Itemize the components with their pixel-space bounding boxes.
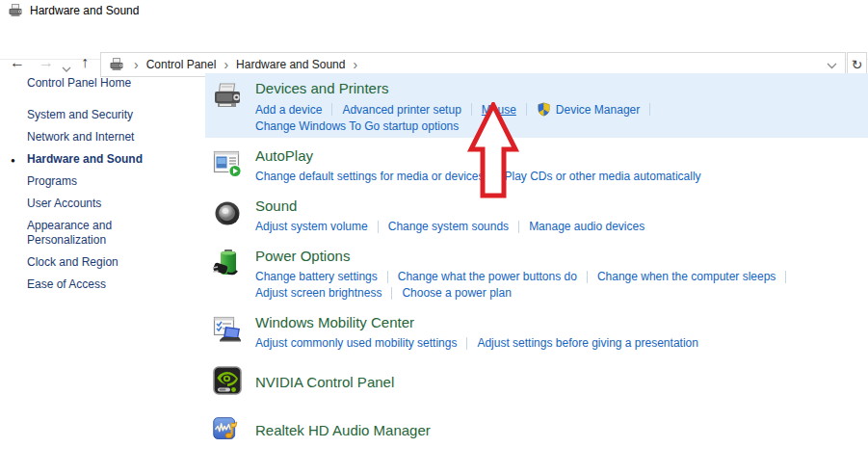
task-link-label: Adjust settings before giving a presenta… (477, 336, 697, 350)
battery-plug-icon (212, 266, 243, 282)
link-divider (331, 103, 332, 116)
autoplay-icon (212, 166, 243, 182)
task-link-row: Change Windows To Go startup options (255, 119, 868, 133)
task-link-row: Change default settings for media or dev… (255, 170, 868, 183)
task-link-label: Play CDs or other media automatically (504, 170, 700, 183)
task-link-label: Manage audio devices (529, 220, 644, 233)
navigation-bar: ← → ↑ › Control Panel › Hardware and Sou… (0, 23, 868, 60)
task-link-label: Change what the power buttons do (398, 270, 577, 283)
sidebar-item-user-accounts[interactable]: User Accounts (27, 193, 171, 215)
realtek-icon (212, 429, 239, 445)
task-link-label: Adjust screen brightness (255, 286, 381, 300)
link-divider (526, 103, 527, 116)
task-link-label: Change default settings for media or dev… (255, 170, 484, 183)
main-content: Devices and PrintersAdd a deviceAdvanced… (205, 61, 868, 454)
task-link-change-system-sounds[interactable]: Change system sounds (388, 220, 509, 233)
task-link-adjust-settings-before-giving-a-presentation[interactable]: Adjust settings before giving a presenta… (477, 336, 697, 350)
task-link-label: Change battery settings (255, 270, 378, 283)
sidebar-item-clock-and-region[interactable]: Clock and Region (27, 251, 171, 274)
section-title[interactable]: Sound (255, 197, 297, 215)
section-title[interactable]: NVIDIA Control Panel (255, 373, 394, 391)
task-link-change-when-the-computer-sleeps[interactable]: Change when the computer sleeps (597, 270, 776, 283)
task-link-row: Change battery settingsChange what the p… (255, 270, 868, 283)
annotation-arrow-up-icon (466, 102, 520, 200)
task-link-choose-a-power-plan[interactable]: Choose a power plan (402, 286, 511, 300)
task-link-label: Change when the computer sleeps (597, 270, 776, 283)
link-divider (518, 221, 519, 233)
speaker-icon (212, 216, 243, 232)
sidebar-item-hardware-and-sound[interactable]: Hardware and Sound (27, 148, 171, 171)
link-divider (387, 271, 388, 283)
nvidia-icon (212, 382, 243, 399)
mobility-center-icon (212, 332, 243, 349)
task-link-change-battery-settings[interactable]: Change battery settings (255, 270, 378, 283)
task-link-label: Adjust system volume (255, 220, 368, 233)
task-link-device-manager[interactable]: Device Manager (537, 102, 640, 117)
link-divider (587, 271, 588, 283)
link-divider (785, 271, 786, 283)
task-link-advanced-printer-setup[interactable]: Advanced printer setup (342, 103, 460, 117)
section-power-options: Power OptionsChange battery settingsChan… (205, 241, 868, 304)
section-autoplay: AutoPlayChange default settings for medi… (205, 141, 868, 188)
section-title[interactable]: Devices and Printers (255, 79, 388, 97)
section-title[interactable]: AutoPlay (255, 146, 313, 165)
section-title[interactable]: Windows Mobility Center (255, 313, 414, 331)
task-link-play-cds-or-other-media-automatically[interactable]: Play CDs or other media automatically (504, 170, 700, 183)
task-link-label: Choose a power plan (402, 286, 511, 300)
task-link-row: Adjust system volumeChange system sounds… (255, 220, 868, 233)
task-link-label: Adjust commonly used mobility settings (255, 336, 457, 350)
task-link-change-what-the-power-buttons-do[interactable]: Change what the power buttons do (398, 270, 577, 283)
section-sound: SoundAdjust system volumeChange system s… (205, 191, 868, 238)
task-link-label: Change system sounds (388, 220, 509, 233)
task-link-row: Adjust screen brightnessChoose a power p… (255, 286, 868, 300)
section-realtek-hd-audio-manager: Realtek HD Audio Manager (205, 408, 868, 451)
task-link-manage-audio-devices[interactable]: Manage audio devices (529, 220, 644, 233)
sidebar-item-appearance-and-personalization[interactable]: Appearance and Personalization (27, 215, 171, 251)
task-link-add-a-device[interactable]: Add a device (255, 103, 322, 117)
task-link-row: Adjust commonly used mobility settingsAd… (255, 336, 868, 350)
sidebar-item-ease-of-access[interactable]: Ease of Access (27, 274, 171, 296)
section-devices-and-printers: Devices and PrintersAdd a deviceAdvanced… (205, 73, 868, 138)
link-divider (649, 103, 650, 116)
section-nvidia-control-panel: NVIDIA Control Panel (205, 357, 868, 405)
task-link-adjust-system-volume[interactable]: Adjust system volume (255, 220, 368, 233)
task-link-label: Device Manager (556, 103, 640, 117)
section-title[interactable]: Power Options (255, 247, 350, 265)
task-link-label: Add a device (255, 103, 322, 117)
printer-icon (212, 98, 243, 115)
window-titlebar: Hardware and Sound (0, 0, 868, 21)
window-title: Hardware and Sound (30, 4, 139, 17)
sidebar-item-network-and-internet[interactable]: Network and Internet (27, 126, 171, 148)
link-divider (378, 221, 379, 233)
section-title[interactable]: Realtek HD Audio Manager (255, 421, 431, 439)
section-windows-mobility-center: Windows Mobility CenterAdjust commonly u… (205, 307, 868, 355)
task-link-change-default-settings-for-media-or-devices[interactable]: Change default settings for media or dev… (255, 170, 484, 183)
task-link-label: Change Windows To Go startup options (255, 119, 459, 133)
link-divider (391, 287, 392, 300)
link-divider (466, 337, 467, 350)
sidebar-item-system-and-security[interactable]: System and Security (27, 104, 171, 126)
sidebar-item-programs[interactable]: Programs (27, 171, 171, 193)
task-link-label: Advanced printer setup (342, 103, 460, 117)
task-link-row: Add a deviceAdvanced printer setupMouseD… (255, 102, 868, 117)
sidebar-item-control-panel-home[interactable]: Control Panel Home (27, 72, 171, 94)
uac-shield-icon (537, 102, 551, 117)
sidebar: Control Panel HomeSystem and SecurityNet… (0, 61, 204, 296)
task-link-adjust-screen-brightness[interactable]: Adjust screen brightness (255, 286, 381, 300)
task-link-change-windows-to-go-startup-options[interactable]: Change Windows To Go startup options (255, 119, 459, 133)
task-link-adjust-commonly-used-mobility-settings[interactable]: Adjust commonly used mobility settings (255, 336, 457, 350)
hardware-printer-icon (8, 3, 23, 18)
